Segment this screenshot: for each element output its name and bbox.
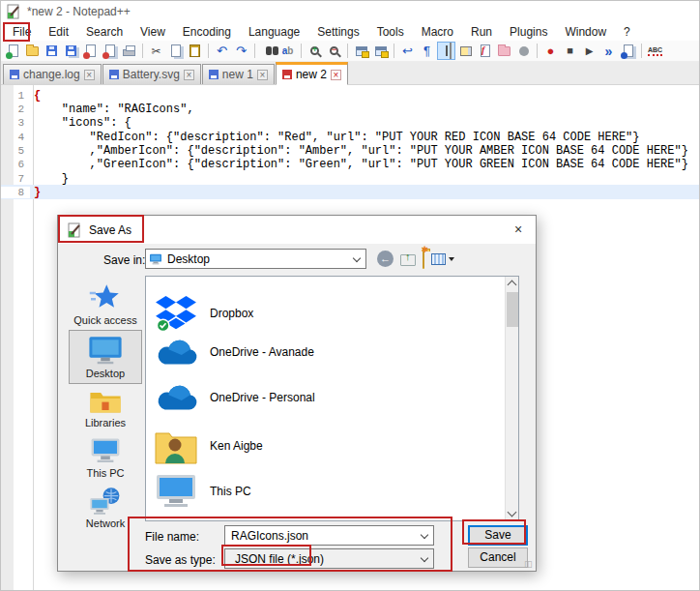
place-quick-access[interactable]: Quick access xyxy=(69,280,142,330)
code-line: 3 "icons": { xyxy=(1,115,699,130)
place-libraries[interactable]: Libraries xyxy=(69,384,142,432)
redo-icon[interactable]: ↷ xyxy=(232,42,250,60)
menu-edit[interactable]: Edit xyxy=(40,23,77,41)
toolbar-separator xyxy=(142,44,143,58)
cut-icon[interactable]: ✂ xyxy=(147,42,165,60)
file-name-input[interactable]: RAGIcons.json xyxy=(224,525,434,546)
replace-icon[interactable]: ab xyxy=(278,42,297,60)
menu-plugins[interactable]: Plugins xyxy=(501,23,556,41)
macro-run-multiple-icon[interactable] xyxy=(619,42,637,60)
tab-close-icon[interactable]: × xyxy=(257,70,268,80)
network-computer-icon xyxy=(88,487,123,516)
toolbar-separator xyxy=(394,44,394,58)
word-wrap-icon[interactable]: ↩ xyxy=(398,42,417,60)
tab-label: new 2 xyxy=(296,68,327,81)
spell-check-icon[interactable]: ABC xyxy=(646,42,664,60)
up-one-level-icon[interactable]: ↑ xyxy=(400,254,416,266)
list-item-clipped-folder[interactable] xyxy=(154,517,198,521)
menu-encoding[interactable]: Encoding xyxy=(174,23,240,41)
show-all-characters-icon[interactable]: ¶ xyxy=(418,42,436,60)
menu-language[interactable]: Language xyxy=(240,23,308,41)
save-button[interactable]: Save xyxy=(468,525,528,546)
toolbar-separator xyxy=(537,44,538,58)
list-item-dropbox[interactable]: Dropbox xyxy=(154,294,253,333)
resize-grip[interactable]: ◫ xyxy=(524,559,534,569)
scrollbar-vertical[interactable] xyxy=(505,277,518,520)
dialog-location-row: Save in: Desktop ← ↑ ✱ xyxy=(58,244,536,277)
list-item-ken-aigbe[interactable]: Ken Aigbe xyxy=(154,428,263,464)
menu-file[interactable]: File xyxy=(4,23,40,41)
toolbar-separator xyxy=(347,44,348,58)
save-in-dropdown[interactable]: Desktop xyxy=(145,249,366,269)
new-folder-icon[interactable]: ✱ xyxy=(423,251,424,269)
paste-icon[interactable] xyxy=(186,42,204,60)
tab-new-2-active[interactable]: new 2 × xyxy=(276,62,348,85)
list-item-onedrive-personal[interactable]: OneDrive - Personal xyxy=(154,383,315,412)
save-as-type-dropdown[interactable]: JSON file (*.json) xyxy=(224,548,434,569)
code-line-current: 8} xyxy=(1,185,699,199)
menu-tools[interactable]: Tools xyxy=(368,23,413,41)
menu-window[interactable]: Window xyxy=(556,23,615,41)
document-map-icon[interactable] xyxy=(456,42,475,60)
notepadpp-app-icon xyxy=(6,4,21,19)
notepadpp-dialog-icon xyxy=(67,222,82,238)
new-file-icon[interactable] xyxy=(4,42,22,60)
close-icon[interactable]: × xyxy=(509,220,528,239)
copy-icon[interactable] xyxy=(166,42,185,60)
macro-play-icon[interactable]: ▶ xyxy=(580,42,598,60)
scroll-thumb[interactable] xyxy=(507,292,518,327)
window-title: *new 2 - Notepad++ xyxy=(27,5,131,18)
sync-horizontal-icon[interactable] xyxy=(371,42,390,60)
save-file-icon[interactable] xyxy=(43,42,61,60)
tab-new-1[interactable]: new 1 × xyxy=(202,64,275,84)
indent-guide-icon[interactable] xyxy=(437,42,455,60)
tab-change-log[interactable]: change.log × xyxy=(3,64,102,84)
print-icon[interactable] xyxy=(120,42,138,60)
macro-save-icon[interactable]: » xyxy=(599,42,618,60)
menu-macro[interactable]: Macro xyxy=(413,23,462,41)
close-all-icon[interactable] xyxy=(101,42,119,60)
list-item-onedrive-avanade[interactable]: OneDrive - Avanade xyxy=(154,338,314,367)
tab-close-icon[interactable]: × xyxy=(331,70,341,80)
scroll-down-icon[interactable] xyxy=(508,508,517,517)
desktop-icon xyxy=(149,253,162,265)
function-list-icon[interactable]: f xyxy=(476,42,494,60)
menu-view[interactable]: View xyxy=(131,23,174,41)
folder-as-workspace-icon[interactable] xyxy=(495,42,513,60)
saved-file-icon xyxy=(109,70,119,79)
monitoring-icon[interactable] xyxy=(514,42,533,60)
find-icon[interactable] xyxy=(259,42,277,60)
place-network[interactable]: Network xyxy=(69,483,142,533)
tab-label: new 1 xyxy=(222,68,253,81)
tab-battery-svg[interactable]: Battery.svg × xyxy=(102,64,201,84)
view-menu-icon[interactable] xyxy=(431,253,454,265)
close-file-icon[interactable] xyxy=(81,42,100,60)
quick-access-star-icon xyxy=(89,283,122,312)
menu-run[interactable]: Run xyxy=(462,23,501,41)
undo-icon[interactable]: ↶ xyxy=(213,42,231,60)
zoom-out-icon[interactable]: − xyxy=(325,42,343,60)
save-all-icon[interactable] xyxy=(62,42,80,60)
go-back-icon[interactable]: ← xyxy=(377,251,394,267)
zoom-in-icon[interactable]: + xyxy=(306,42,324,60)
list-item-this-pc[interactable]: This PC xyxy=(154,473,251,510)
sync-vertical-icon[interactable] xyxy=(352,42,370,60)
toolbar-separator xyxy=(208,44,209,58)
menu-settings[interactable]: Settings xyxy=(308,23,367,41)
file-list[interactable]: Dropbox OneDrive - Avanade OneDrive - Pe… xyxy=(145,276,519,521)
macro-record-icon[interactable]: ● xyxy=(541,42,560,60)
tab-close-icon[interactable]: × xyxy=(184,70,194,80)
macro-stop-icon[interactable]: ■ xyxy=(561,42,579,60)
place-this-pc[interactable]: This PC xyxy=(69,432,142,483)
file-label: Dropbox xyxy=(210,307,253,320)
menu-search[interactable]: Search xyxy=(77,23,131,41)
menu-help[interactable]: ? xyxy=(615,23,639,41)
save-in-value: Desktop xyxy=(167,252,210,266)
open-file-icon[interactable] xyxy=(23,42,42,60)
cancel-button[interactable]: Cancel xyxy=(468,547,528,568)
scroll-up-icon[interactable] xyxy=(508,281,517,290)
code-line: 5 ,"AmberIcon": {"description": "Amber",… xyxy=(1,143,699,158)
tab-close-icon[interactable]: × xyxy=(84,70,95,80)
place-desktop[interactable]: Desktop xyxy=(69,330,142,384)
dialog-title-bar[interactable]: Save As × xyxy=(58,216,536,244)
